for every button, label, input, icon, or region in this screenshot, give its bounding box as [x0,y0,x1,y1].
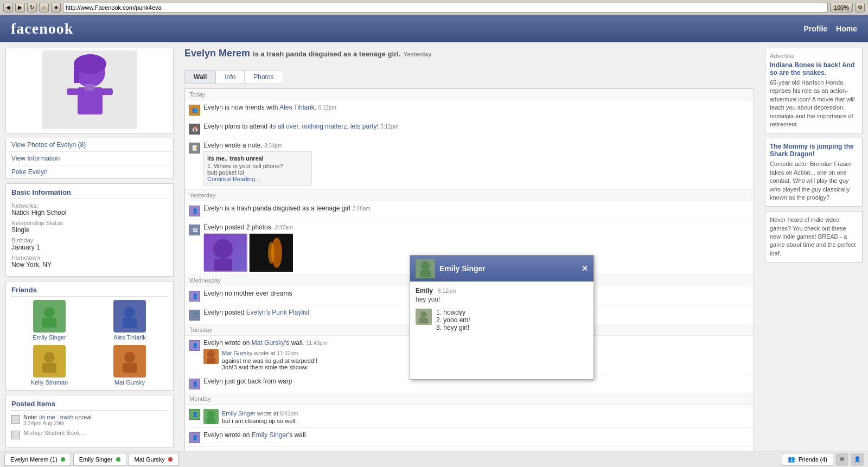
feed-status-time: 2:48am [352,206,370,212]
feed-note-time: 3:34pm [264,143,282,149]
wed2-icon: 🎵 [189,310,200,321]
status-icon: 👤 [189,206,200,216]
sidebar-links: View Photos of Evelyn (8) View Informati… [5,138,174,179]
address-bar[interactable] [63,3,828,12]
posted-item-note[interactable]: Note: its me.. trash unreal 3:34pm Aug 2… [11,414,168,426]
chat-popup: Emily Singer ✕ Emily 6:12pm hey you! 1. … [410,255,594,380]
svg-rect-25 [207,418,215,424]
svg-point-22 [207,350,215,358]
note-content: 1. Where is your cell phone?butt pocket … [207,163,308,176]
friend-mat-name: Mat Gursky [92,379,168,386]
playlist-link[interactable]: Evelyn's Punk Playlist [246,309,309,316]
chat-option-3[interactable]: 3. heyy girl! [436,324,470,331]
forward-button[interactable]: ▶ [15,3,25,12]
posted-items-section: Posted Items Note: its me.. trash unreal… [5,395,174,447]
hometown-label: Hometown [11,254,168,261]
svg-rect-4 [78,87,103,114]
tue2-icon: 👤 [189,379,200,389]
chat-tab-evelyn[interactable]: Evelyn Merem (1) [4,453,71,466]
svg-rect-5 [85,84,94,91]
bookmark-button[interactable]: ★ [51,3,61,12]
friends-title: Friends [11,286,168,297]
profile-pic-container [5,48,174,133]
chat-person-icon[interactable]: 👤 [851,453,864,466]
chat-body: Emily 6:12pm hey you! 1. howdyy 2. yooo … [410,282,593,379]
ales-link[interactable]: Ales Tihlarik [279,104,315,111]
friend-ales[interactable]: Ales Tihlarik [92,300,168,341]
chat-title: Emily Singer [439,264,486,273]
chat-tab-emily[interactable]: Emily Singer [73,453,126,466]
svg-point-8 [44,307,55,318]
chat-close-button[interactable]: ✕ [582,264,588,273]
feed-item-friends: 👥 Evelyn is now friends with Ales Tihlar… [185,100,754,119]
nav-profile[interactable]: Profile [804,24,828,33]
feed-photos-time: 2:47am [275,225,292,231]
tab-info[interactable]: Info [216,71,245,84]
relationship-label: Relationship Status [11,220,168,226]
hometown-value: New York, NY [11,261,168,268]
mat-name-link[interactable]: Mat Gursky [222,350,252,356]
photo-2[interactable] [249,233,292,271]
mat-wall-link[interactable]: Mat Gursky [252,339,285,347]
view-photos-link[interactable]: View Photos of Evelyn (8) [6,138,173,152]
svg-point-24 [207,411,215,418]
back-button[interactable]: ◀ [3,3,13,12]
basic-info-section: Basic Information Networks: Natick High … [5,183,174,277]
chat-message-text: hey you! [416,296,588,303]
photo-1[interactable] [203,233,247,271]
event-link[interactable]: its all over, nothing matterz, lets part… [269,123,378,130]
chat-tab-mat[interactable]: Mat Gursky [129,453,178,466]
emily-tab-label: Emily Singer [79,456,113,463]
nav-home[interactable]: Home [836,24,857,33]
profile-header: Evelyn Merem is a trash panda disguised … [184,48,754,66]
chat-option-2[interactable]: 2. yooo em! [436,316,470,324]
networks-label: Networks: [11,202,168,209]
friend-kelly-name: Kelly Struman [11,379,87,386]
ad-label-1: Advertise [770,53,858,59]
chat-bar: Evelyn Merem (1) Emily Singer Mat Gursky… [0,451,868,467]
refresh-button[interactable]: ↻ [27,3,37,12]
photos-icon: 🖼 [189,225,200,235]
svg-rect-6 [67,88,79,95]
tab-wall[interactable]: Wall [185,71,216,84]
fb-logo: facenook [11,20,73,37]
tue1-icon: 👤 [189,340,200,351]
chat-popup-header: Emily Singer ✕ [410,255,593,282]
svg-rect-13 [42,363,56,373]
friend-emily-avatar [33,300,66,332]
posted-items-title: Posted Items [11,400,168,411]
chat-tab-friends[interactable]: 👥 Friends (4) [782,453,833,466]
profile-name[interactable]: Evelyn Merem [184,48,250,59]
friend-kelly[interactable]: Kelly Struman [11,345,87,386]
svg-rect-3 [74,67,79,83]
svg-point-12 [44,352,55,363]
ad-title-2[interactable]: The Mommy is jumping the Shark Dragon! [770,143,858,158]
svg-rect-7 [101,88,113,95]
friend-emily[interactable]: Emily Singer [11,300,87,341]
poke-link[interactable]: Poke Evelyn [6,165,173,178]
svg-point-21 [268,242,275,264]
section-today: Today [185,89,754,100]
settings-button[interactable]: ⚙ [855,3,865,12]
chat-compose-icon[interactable]: ✉ [835,453,848,466]
emily-wall-link[interactable]: Emily Singer [252,431,288,439]
wed1-icon: 👤 [189,291,200,302]
friend-mat[interactable]: Mat Gursky [92,345,168,386]
feed-item-note: 📝 Evelyn wrote a note. 3:34pm its me.. t… [185,138,754,190]
home-button[interactable]: ⌂ [39,3,49,12]
chat-avatar-mini [416,259,435,278]
mat-tab-dot [168,457,173,462]
chat-option-1[interactable]: 1. howdyy [436,309,470,316]
tab-photos[interactable]: Photos [245,71,282,84]
feed-mon2-text: Evelyn wrote on Emily Singer's wall. [203,431,749,439]
svg-rect-18 [214,259,232,271]
profile-avatar [42,50,137,129]
view-info-link[interactable]: View Information [6,152,173,165]
emily-name-link[interactable]: Emily Singer [222,410,256,417]
birthday-value: January 1 [11,244,168,251]
note-title: its me.. trash unreal [207,155,308,162]
basic-info-title: Basic Information [11,188,168,199]
continue-reading[interactable]: Continue Reading... [207,176,308,182]
browser-chrome: ◀ ▶ ↻ ⌂ ★ 100% ⚙ [0,0,868,15]
ad-title-1[interactable]: Indiana Bones is back! And so are the sn… [770,61,858,76]
